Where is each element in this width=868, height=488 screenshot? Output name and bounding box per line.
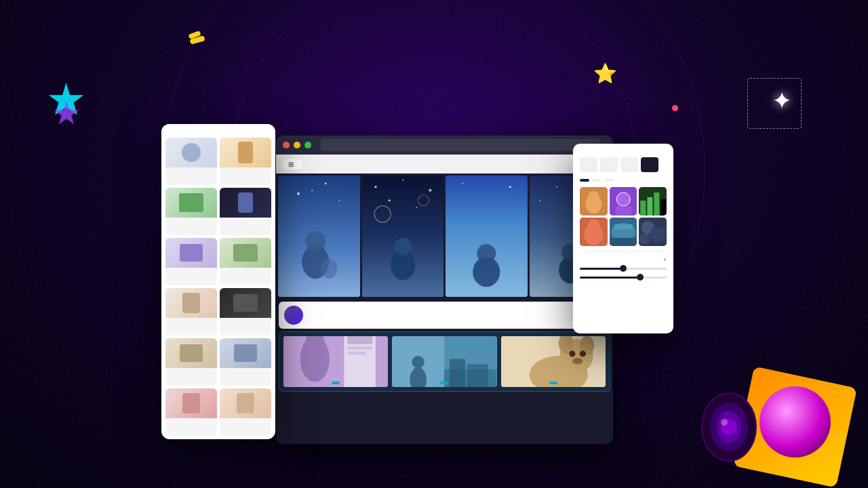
- browser-close-btn[interactable]: [283, 142, 290, 148]
- tool-item-5[interactable]: [165, 238, 217, 285]
- num-btn-2[interactable]: [600, 157, 618, 172]
- tab-art[interactable]: [592, 179, 601, 182]
- tool-item-10[interactable]: [220, 338, 271, 386]
- advanced-toggle[interactable]: ▸: [664, 256, 667, 262]
- svg-point-19: [394, 238, 412, 256]
- svg-point-74: [639, 234, 650, 245]
- svg-rect-69: [610, 238, 637, 246]
- tool-desc-11: [165, 420, 217, 421]
- style-american-cartoon[interactable]: [610, 187, 637, 216]
- prompt-avatar: [284, 306, 303, 325]
- svg-rect-61: [648, 197, 653, 216]
- tool-item-4[interactable]: [220, 188, 271, 235]
- svg-rect-70: [614, 224, 633, 230]
- svg-point-50: [569, 350, 575, 357]
- tab-trending[interactable]: [580, 179, 589, 182]
- strip-restore-btn[interactable]: [440, 382, 448, 384]
- style-oil-painting[interactable]: [639, 218, 667, 246]
- svg-rect-35: [347, 336, 372, 344]
- tool-item-9[interactable]: [165, 338, 217, 386]
- tools-grid: [161, 138, 275, 439]
- svg-point-66: [587, 220, 599, 232]
- prompt-weight-thumb[interactable]: [620, 265, 627, 272]
- num-btn-4[interactable]: [641, 157, 658, 172]
- number-buttons: [580, 157, 667, 172]
- browser-url-bar[interactable]: [321, 139, 601, 151]
- all-tools-icon: ⊞: [288, 161, 294, 168]
- svg-rect-37: [347, 352, 366, 355]
- svg-point-3: [297, 192, 300, 195]
- tool-item-3[interactable]: [165, 188, 217, 235]
- num-btn-1[interactable]: [580, 157, 597, 172]
- scale-thumb[interactable]: [637, 274, 644, 281]
- right-panel: ▸: [573, 144, 673, 333]
- num-btn-3[interactable]: [620, 157, 638, 172]
- browser-minimize-btn[interactable]: [294, 142, 300, 148]
- browser-window: ⊞: [276, 136, 613, 444]
- svg-rect-63: [661, 199, 667, 216]
- svg-point-51: [579, 350, 585, 357]
- svg-point-28: [539, 200, 540, 201]
- svg-point-26: [556, 186, 557, 188]
- strip-generate-btn-1[interactable]: [332, 382, 340, 384]
- tool-desc-4: [220, 219, 271, 220]
- tool-item-11[interactable]: [165, 388, 217, 436]
- svg-point-22: [509, 186, 511, 188]
- tool-desc-8: [220, 319, 271, 321]
- svg-point-41: [412, 356, 425, 369]
- bottom-results-strip: [279, 331, 610, 392]
- svg-point-11: [374, 186, 376, 188]
- magenta-sphere-deco: [760, 386, 831, 458]
- svg-rect-36: [347, 346, 372, 350]
- tool-item-1[interactable]: [165, 138, 217, 185]
- tool-desc-7: [165, 319, 217, 321]
- advanced-settings: ▸: [580, 251, 667, 279]
- advanced-header-row: ▸: [580, 256, 667, 262]
- strip-remove-btn[interactable]: [549, 382, 557, 384]
- tab-anime[interactable]: [604, 179, 614, 182]
- style-retro-anime[interactable]: [610, 218, 637, 246]
- strip-item-1: [283, 336, 388, 387]
- svg-point-79: [721, 419, 728, 426]
- prompt-weight-fill: [580, 268, 623, 270]
- svg-point-4: [325, 182, 327, 184]
- scale-slider[interactable]: [580, 277, 667, 279]
- tool-item-6[interactable]: [220, 238, 271, 285]
- main-images-area: [276, 174, 613, 299]
- svg-point-52: [572, 358, 583, 364]
- svg-point-12: [402, 180, 403, 181]
- prompt-area: ✨: [279, 302, 610, 329]
- strip-item-2: [392, 336, 496, 387]
- style-grid: [580, 187, 667, 246]
- magic-tools-title: [161, 124, 275, 138]
- style-cyberpunk[interactable]: [639, 187, 667, 216]
- tool-desc-5: [165, 269, 217, 270]
- browser-toolbar: ⊞: [276, 155, 613, 174]
- svg-point-13: [429, 189, 431, 192]
- tool-item-12[interactable]: [220, 388, 271, 436]
- scene-image-2: [362, 176, 444, 297]
- magic-tools-panel: [161, 124, 275, 439]
- svg-point-21: [462, 183, 463, 184]
- style-cgi-surreal[interactable]: [580, 187, 608, 216]
- svg-point-9: [321, 258, 337, 279]
- tool-desc-10: [220, 369, 271, 371]
- browser-titlebar: [276, 136, 613, 155]
- tool-desc-9: [165, 369, 217, 371]
- strip-item-3: [501, 336, 606, 387]
- svg-point-14: [416, 207, 417, 208]
- svg-point-15: [388, 199, 390, 201]
- tool-item-8[interactable]: [220, 288, 271, 336]
- all-tools-button[interactable]: ⊞: [283, 159, 302, 169]
- tool-item-7[interactable]: [165, 288, 217, 336]
- scale-fill: [580, 277, 641, 279]
- browser-maximize-btn[interactable]: [304, 142, 311, 148]
- style-retro-american[interactable]: [580, 218, 608, 246]
- tool-desc-1: [165, 169, 217, 170]
- svg-point-6: [311, 190, 313, 191]
- tool-item-2[interactable]: [220, 138, 271, 185]
- scene-image-3: [446, 176, 528, 297]
- tool-desc-12: [220, 420, 271, 421]
- prompt-weight-slider[interactable]: [580, 268, 667, 270]
- svg-point-5: [338, 200, 340, 201]
